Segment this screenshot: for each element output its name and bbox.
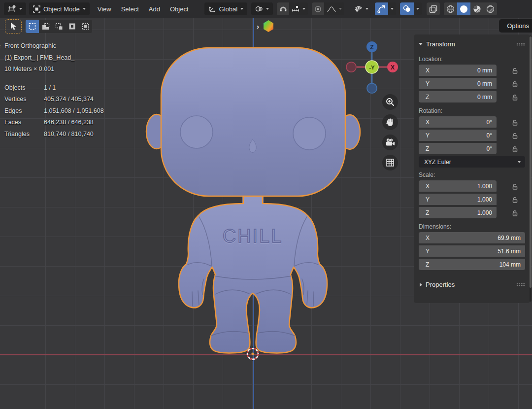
magnet-icon <box>279 5 287 13</box>
camera-view-button[interactable] <box>382 135 398 150</box>
figure-body <box>179 195 327 353</box>
dimensions-label: Dimensions: <box>414 220 530 232</box>
solid-shading-icon <box>460 5 468 13</box>
unlock-icon <box>511 80 519 88</box>
perspective-toggle-button[interactable] <box>382 155 398 170</box>
rendered-shading-icon <box>486 5 495 13</box>
dimensions-z-field[interactable]: Z104 mm <box>419 259 525 270</box>
object-mode-icon <box>33 5 40 13</box>
shading-solid[interactable] <box>457 2 470 15</box>
overlays-group <box>400 2 422 15</box>
menu-view[interactable]: View <box>93 3 116 15</box>
orientation-dropdown[interactable]: Global <box>204 2 248 15</box>
editor-type-button[interactable] <box>4 2 26 15</box>
panel-drag-handle[interactable] <box>516 283 525 286</box>
shading-rendered[interactable] <box>484 2 497 15</box>
rotation-z-lock[interactable] <box>511 145 519 153</box>
expand-chevron-icon[interactable]: › <box>257 23 259 30</box>
gizmos-toggle[interactable] <box>375 2 388 15</box>
view-label: Front Orthographic <box>4 40 104 52</box>
pivot-point-icon <box>255 5 263 12</box>
mode-label: Object Mode <box>43 5 80 13</box>
mode-dropdown[interactable]: Object Mode <box>29 2 90 15</box>
panel-drag-handle[interactable] <box>516 42 525 46</box>
scale-z-field[interactable]: Z1.000 <box>419 207 497 218</box>
viewport-info-overlay: Front Orthographic (1) Export_ | FMB_Hea… <box>4 40 104 140</box>
hand-icon <box>386 118 395 127</box>
rotation-label: Rotation: <box>414 104 530 116</box>
location-y-field[interactable]: Y0 mm <box>419 78 497 89</box>
gizmo-axis-z-negative[interactable] <box>367 83 377 93</box>
options-button[interactable]: Options <box>499 19 532 33</box>
overlays-toggle[interactable] <box>400 2 414 15</box>
properties-title: Properties <box>426 281 455 288</box>
select-mode-invert[interactable] <box>66 20 79 33</box>
active-object-label: (1) Export_ | FMB_Head_ <box>4 52 104 64</box>
select-mode-subtract[interactable] <box>52 20 66 33</box>
wireframe-icon <box>446 5 455 13</box>
active-tool-select-box[interactable] <box>5 19 22 34</box>
location-z-field[interactable]: Z0 mm <box>419 91 497 102</box>
location-label: Location: <box>414 53 530 65</box>
toolbar-collapse-arrow[interactable]: ‹ <box>0 42 1 50</box>
visibility-eye-icon <box>354 5 364 13</box>
overlays-icon <box>402 5 411 13</box>
rotation-x-lock[interactable] <box>511 119 519 126</box>
scale-x-field[interactable]: X1.000 <box>419 180 497 192</box>
scale-x-lock[interactable] <box>511 183 519 190</box>
location-x-lock[interactable] <box>511 67 519 74</box>
pivot-point-dropdown[interactable] <box>251 2 273 15</box>
xray-toggle[interactable] <box>427 2 440 15</box>
shading-wireframe[interactable] <box>444 2 457 15</box>
rotation-z-field[interactable]: Z0° <box>419 143 497 154</box>
menu-object[interactable]: Object <box>165 3 194 15</box>
gizmo-axis-x-negative[interactable] <box>346 62 356 72</box>
viewport-breadcrumb[interactable]: › <box>257 20 274 33</box>
viewport-header: Object Mode View Select Add Object Globa… <box>0 0 532 18</box>
properties-panel-header[interactable]: Properties <box>414 275 530 291</box>
proportional-edit-toggle[interactable] <box>312 2 324 15</box>
scale-y-field[interactable]: Y1.000 <box>419 194 497 205</box>
blender-window: CHILL CHILL <box>0 0 532 409</box>
color-hexagon-icon <box>263 20 274 33</box>
location-y-lock[interactable] <box>511 80 519 88</box>
rotation-y-lock[interactable] <box>511 132 519 139</box>
menu-add[interactable]: Add <box>144 3 165 15</box>
grid-icon <box>386 158 395 167</box>
transform-title: Transform <box>426 40 455 48</box>
scale-fields: X1.000 Y1.000 Z1.000 <box>414 180 530 219</box>
location-x-field[interactable]: X0 mm <box>419 65 497 76</box>
dimensions-x-field[interactable]: X69.9 mm <box>419 232 525 243</box>
gizmo-icon <box>377 5 386 13</box>
show-gizmo-dropdown[interactable] <box>351 2 371 15</box>
zoom-button[interactable] <box>382 94 398 110</box>
falloff-dropdown[interactable] <box>324 2 344 15</box>
zoom-icon <box>386 98 395 106</box>
sidebar-scrollbar[interactable] <box>530 35 532 302</box>
transform-panel-header[interactable]: Transform <box>414 38 530 53</box>
material-preview-icon <box>473 5 481 13</box>
gizmos-dropdown[interactable] <box>388 2 396 15</box>
scale-y-lock[interactable] <box>511 196 519 204</box>
shading-material[interactable] <box>470 2 484 15</box>
select-mode-set[interactable] <box>26 20 39 33</box>
dimensions-y-field[interactable]: Y51.6 mm <box>419 245 525 257</box>
scene-scale-label: 10 Meters × 0.001 <box>4 64 104 75</box>
location-z-lock[interactable] <box>511 94 519 101</box>
pan-button[interactable] <box>382 114 398 130</box>
select-mode-extend[interactable] <box>39 20 52 33</box>
gizmos-group <box>375 2 396 15</box>
rotation-mode-dropdown[interactable]: XYZ Euler <box>419 156 525 168</box>
snap-target-dropdown[interactable] <box>289 2 308 15</box>
rotation-x-field[interactable]: X0° <box>419 116 497 128</box>
select-mode-intersect[interactable] <box>79 20 92 33</box>
scale-z-lock[interactable] <box>511 209 519 217</box>
rotation-y-field[interactable]: Y0° <box>419 130 497 141</box>
navigation-gizmo[interactable]: Z X -Y <box>345 39 400 96</box>
menu-select[interactable]: Select <box>116 3 144 15</box>
viewport-nav-buttons <box>382 94 398 170</box>
svg-text:Z: Z <box>370 44 373 51</box>
snap-increment-icon <box>292 5 300 13</box>
snap-toggle[interactable] <box>277 2 289 15</box>
overlays-dropdown[interactable] <box>414 2 422 15</box>
